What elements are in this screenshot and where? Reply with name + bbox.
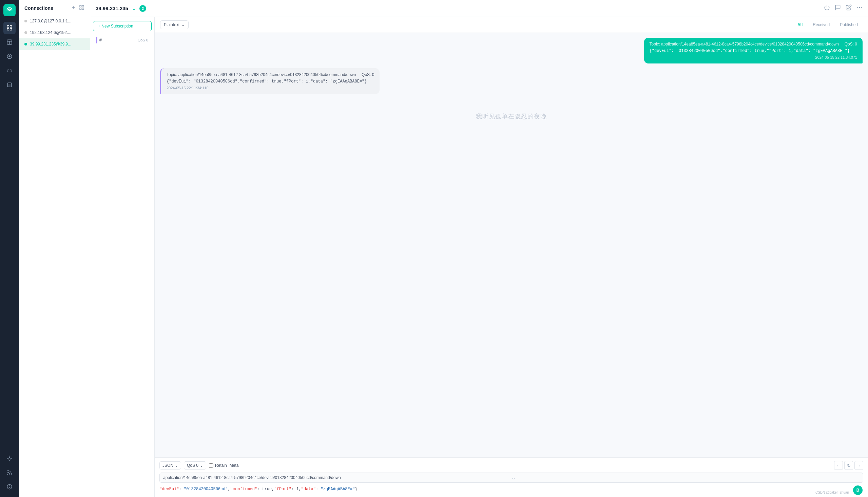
content-area: + New Subscription # QoS 0 Plaintext ⌄ A… (90, 17, 868, 497)
compose-qos-label: QoS 0 (187, 463, 198, 468)
compose-body-val-data: "zgEAAgABA8E=" (321, 487, 355, 492)
svg-point-27 (857, 7, 858, 8)
connection-status-dot-3 (25, 43, 27, 45)
connection-label-1: 127.0.0@127.0.0.1:1... (30, 19, 85, 24)
tab-received[interactable]: Received (808, 21, 835, 29)
compose-nav-next[interactable]: → (854, 461, 863, 470)
connections-panel: Connections 127.0.0@127.0.0.1:1... 192.1… (19, 0, 90, 497)
message-body-sent: {"devEui": "01328420040506cd","confirmed… (166, 79, 374, 84)
compose-body-val-confirmed: true (262, 487, 272, 492)
compose-body-val-fPort: 1 (296, 487, 298, 492)
topbar-title: 39.99.231.235 (95, 5, 128, 11)
svg-rect-24 (82, 8, 84, 10)
subscription-item-1[interactable]: # QoS 0 (93, 34, 152, 46)
message-topic-received: Topic: application/14ea85ea-a481-4612-8c… (650, 42, 857, 46)
svg-rect-25 (80, 8, 82, 10)
connections-header-actions (71, 5, 85, 12)
sidebar-item-code[interactable] (3, 65, 16, 77)
connection-item-2[interactable]: 192.168.124.6@192.... (19, 27, 90, 38)
message-item-received: Topic: application/14ea85ea-a481-4612-8c… (644, 38, 863, 63)
subscription-qos-1: QoS 0 (138, 38, 148, 42)
sidebar-item-dashboard[interactable] (3, 36, 16, 48)
subscriptions-panel: + New Subscription # QoS 0 (90, 17, 155, 497)
compose-format-chevron-icon: ⌄ (175, 463, 178, 468)
compose-area: JSON ⌄ QoS 0 ⌄ Retain Meta ← ↻ (155, 457, 868, 497)
subscription-label-1: # (99, 38, 136, 42)
svg-point-0 (9, 10, 10, 11)
icon-sidebar (0, 0, 19, 497)
format-select[interactable]: Plaintext ⌄ (160, 20, 189, 29)
format-label: Plaintext (164, 23, 179, 27)
sidebar-item-settings[interactable] (3, 452, 16, 465)
svg-point-29 (861, 7, 862, 8)
sidebar-item-add[interactable] (3, 50, 16, 62)
svg-rect-1 (7, 26, 9, 27)
connection-label-3: 39.99.231.235@39.9... (30, 42, 85, 46)
compose-toolbar: JSON ⌄ QoS 0 ⌄ Retain Meta ← ↻ (159, 461, 863, 470)
svg-rect-3 (7, 29, 9, 30)
sidebar-item-connections[interactable] (3, 22, 16, 34)
svg-rect-2 (10, 26, 12, 27)
svg-rect-23 (82, 5, 84, 7)
sidebar-item-logs[interactable] (3, 79, 16, 91)
layout-icon[interactable] (79, 5, 85, 12)
compose-format-select[interactable]: JSON ⌄ (159, 462, 181, 469)
compose-body-key-confirmed: "confirmed" (230, 487, 257, 492)
message-item-sent: Topic: application/14ea85ea-a481-4612-8c… (160, 68, 380, 94)
main-area: 39.99.231.235 ⌄ 2 (90, 0, 868, 497)
svg-point-15 (9, 458, 11, 459)
chevron-down-icon: ⌄ (181, 23, 185, 27)
power-icon[interactable] (824, 4, 830, 12)
connection-status-dot-1 (25, 20, 27, 23)
message-time-received: 2024-05-15 22:11:34:071 (650, 55, 857, 59)
compose-meta-button[interactable]: Meta (230, 463, 239, 468)
sidebar-item-info[interactable] (3, 481, 16, 493)
connections-header: Connections (19, 0, 90, 15)
message-tabs: All Received Published (793, 21, 863, 29)
svg-point-16 (8, 474, 8, 475)
compose-body-key-fPort: "fPort" (274, 487, 291, 492)
compose-retain-toggle[interactable]: Retain (209, 463, 227, 468)
tab-all[interactable]: All (793, 21, 807, 29)
topbar-chevron-icon[interactable]: ⌄ (132, 5, 136, 12)
messages-list: Topic: application/14ea85ea-a481-4612-8c… (155, 33, 868, 457)
compose-body[interactable]: "devEui": "01328420040506cd","confirmed"… (159, 485, 863, 494)
sidebar-item-feed[interactable] (3, 466, 16, 479)
topbar-icons (824, 4, 863, 12)
compose-format-label: JSON (162, 463, 173, 468)
compose-retain-label: Retain (215, 463, 227, 468)
compose-topic-row[interactable]: application/14ea85ea-a481-4612-8ca4-5798… (159, 472, 863, 483)
add-connection-icon[interactable] (71, 5, 76, 12)
message-time-sent: 2024-05-15 22:11:34:110 (166, 86, 374, 90)
messages-header: Plaintext ⌄ All Received Published (155, 17, 868, 33)
new-subscription-button[interactable]: + New Subscription (93, 21, 152, 31)
compose-body-val-devEui: "01328420040506cd" (184, 487, 228, 492)
footer-attribution: CSDN @baker_zhuan (815, 491, 849, 494)
compose-nav-prev[interactable]: ← (834, 461, 843, 470)
connection-label-2: 192.168.124.6@192.... (30, 30, 85, 35)
svg-rect-4 (10, 29, 12, 30)
compose-qos-chevron-icon: ⌄ (200, 463, 203, 468)
subscription-indicator-1 (96, 37, 97, 43)
compose-body-key-data: "data" (301, 487, 316, 492)
tab-published[interactable]: Published (835, 21, 863, 29)
more-icon[interactable] (856, 4, 863, 12)
chat-icon[interactable] (835, 4, 841, 12)
svg-point-28 (859, 7, 860, 8)
compose-retain-checkbox[interactable] (209, 464, 214, 468)
app-logo[interactable] (3, 4, 16, 16)
svg-rect-22 (80, 5, 82, 7)
edit-icon[interactable] (845, 4, 852, 12)
message-body-received: {"devEui": "01328420040506cd","confirmed… (650, 48, 857, 53)
connection-item-1[interactable]: 127.0.0@127.0.0.1:1... (19, 15, 90, 27)
compose-nav-refresh[interactable]: ↻ (844, 461, 853, 470)
watermark-text: 我听见孤单在隐忍的夜晚 (160, 99, 863, 134)
connection-item-3[interactable]: 39.99.231.235@39.9... (19, 38, 90, 50)
message-topic-sent: Topic: application/14ea85ea-a481-4612-8c… (166, 72, 374, 77)
connection-status-dot-2 (25, 31, 27, 34)
topbar: 39.99.231.235 ⌄ 2 (90, 0, 868, 17)
compose-qos-select[interactable]: QoS 0 ⌄ (184, 462, 206, 469)
compose-body-key-devEui: "devEui" (159, 487, 179, 492)
compose-topic-chevron-icon[interactable]: ⌄ (512, 475, 860, 480)
connections-title: Connections (25, 5, 53, 11)
